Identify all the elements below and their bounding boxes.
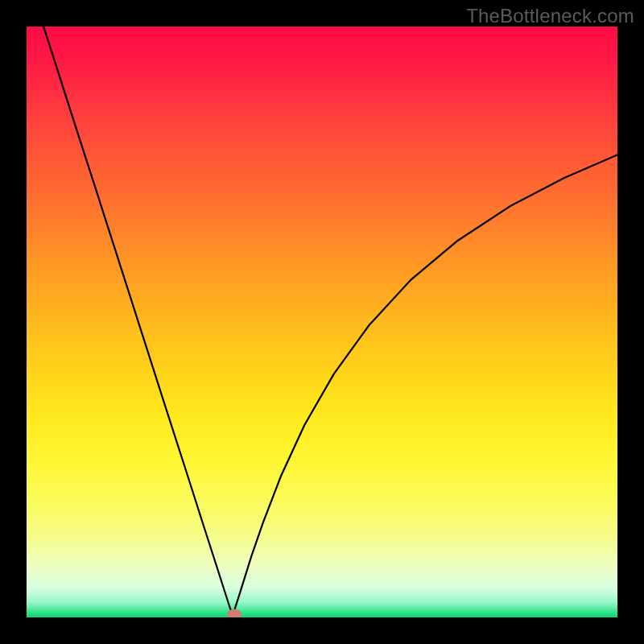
chart-frame: TheBottleneck.com — [0, 0, 644, 644]
gradient-background — [27, 27, 617, 617]
minimum-marker — [227, 609, 242, 617]
plot-area — [27, 27, 617, 617]
watermark-text: TheBottleneck.com — [466, 5, 634, 27]
